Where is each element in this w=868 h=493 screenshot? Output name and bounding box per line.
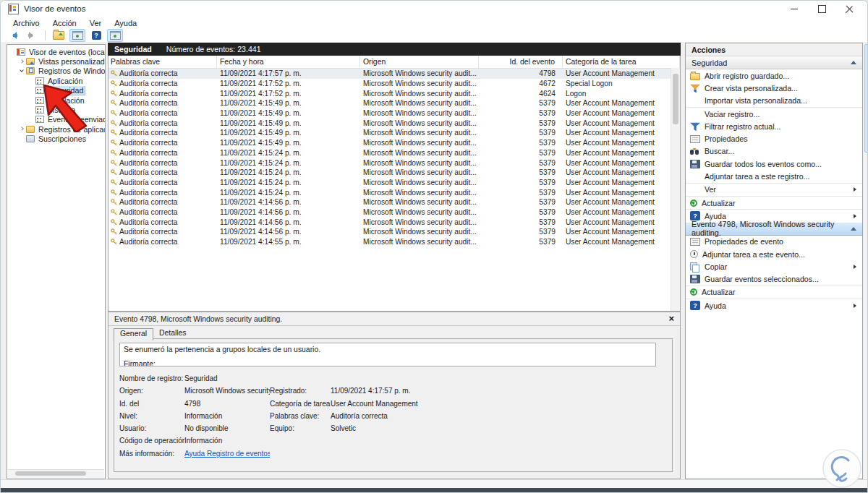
event-description-clipped: Firmante: xyxy=(124,360,655,366)
field-r-value xyxy=(331,437,672,449)
table-row[interactable]: Auditoría correcta 11/09/2021 4:14:56 p.… xyxy=(109,227,680,237)
close-button[interactable] xyxy=(835,1,863,17)
sidebar-tree-item[interactable]: Registros de Windows xyxy=(7,67,105,76)
collapse-icon[interactable] xyxy=(851,61,856,64)
expander-icon[interactable] xyxy=(28,107,35,113)
cell-origin: Microsoft Windows security audit... xyxy=(360,90,479,98)
table-row[interactable]: Auditoría correcta 11/09/2021 4:15:24 p.… xyxy=(109,158,680,168)
table-row[interactable]: Auditoría correcta 11/09/2021 4:14:56 p.… xyxy=(109,197,680,207)
collapse-icon[interactable] xyxy=(851,227,856,231)
field-l-value: 4798 xyxy=(184,400,270,412)
menu-item[interactable]: Ver xyxy=(83,18,109,28)
action-item[interactable]: Adjuntar tarea a este evento... xyxy=(686,248,862,260)
sidebar-tree-item[interactable]: Suscripciones xyxy=(7,134,105,144)
event-description-box[interactable]: Se enumeró la pertenencia a grupos local… xyxy=(119,343,656,366)
tree-item-icon xyxy=(17,48,25,56)
cell-origin: Microsoft Windows security audit... xyxy=(360,139,479,147)
minimize-button[interactable] xyxy=(780,1,808,17)
actions-panel-title: Acciones xyxy=(686,43,862,56)
expander-icon[interactable] xyxy=(19,68,25,74)
forward-icon[interactable] xyxy=(24,29,40,42)
expander-icon[interactable] xyxy=(19,126,25,132)
cell-event-id: 5379 xyxy=(479,228,563,236)
actions-section-header[interactable]: Seguridad xyxy=(686,56,862,69)
action-item[interactable]: Actualizar xyxy=(686,286,862,299)
column-header[interactable]: Id. del evento xyxy=(479,56,563,68)
table-row[interactable]: Auditoría correcta 11/09/2021 4:15:49 p.… xyxy=(109,128,680,138)
column-header[interactable]: Palabras clave xyxy=(109,56,217,68)
field-l-label: Nombre de registro: xyxy=(119,374,184,387)
actions-section-header[interactable]: Evento 4798, Microsoft Windows security … xyxy=(686,223,862,236)
help-icon[interactable] xyxy=(88,29,104,42)
close-icon[interactable]: × xyxy=(668,315,674,322)
table-row[interactable]: Auditoría correcta 11/09/2021 4:17:57 p.… xyxy=(109,69,680,79)
expander-icon[interactable] xyxy=(28,77,35,84)
console-tree-toggle-icon[interactable] xyxy=(69,29,85,42)
action-item[interactable]: Ayuda xyxy=(686,299,862,312)
preview-title: Evento 4798, Microsoft Windows security … xyxy=(114,315,282,323)
column-header[interactable]: Fecha y hora xyxy=(217,56,360,68)
action-item[interactable]: Abrir registro guardado... xyxy=(686,69,862,82)
actions-vertical-scrollbar[interactable] xyxy=(864,43,868,479)
action-icon xyxy=(690,238,700,246)
action-item[interactable]: Propiedades de evento xyxy=(686,236,862,248)
table-row[interactable]: Auditoría correcta 11/09/2021 4:15:49 p.… xyxy=(109,98,680,108)
cell-datetime: 11/09/2021 4:14:56 p. m. xyxy=(217,208,360,216)
expander-icon[interactable] xyxy=(28,87,35,94)
cell-event-id: 4624 xyxy=(479,90,563,98)
open-saved-log-icon[interactable] xyxy=(51,29,67,42)
table-row[interactable]: Auditoría correcta 11/09/2021 4:14:56 p.… xyxy=(109,207,680,218)
action-item[interactable]: Actualizar xyxy=(686,196,862,209)
table-vertical-scrollbar[interactable] xyxy=(671,68,680,311)
table-row[interactable]: Auditoría correcta 11/09/2021 4:14:56 p.… xyxy=(109,217,680,227)
table-row[interactable]: Auditoría correcta 11/09/2021 4:15:24 p.… xyxy=(109,178,680,188)
action-item[interactable]: Crear vista personalizada... xyxy=(686,82,862,94)
key-icon xyxy=(111,70,117,77)
sidebar-horizontal-scrollbar[interactable] xyxy=(8,469,104,478)
action-item[interactable]: Vaciar registro... xyxy=(686,107,862,120)
maximize-button[interactable] xyxy=(808,1,835,17)
field-l-label: Código de operación: xyxy=(119,437,184,449)
table-row[interactable]: Auditoría correcta 11/09/2021 4:15:49 p.… xyxy=(109,108,680,119)
action-item[interactable]: Ver xyxy=(686,183,862,196)
expander-icon[interactable] xyxy=(28,116,35,123)
action-item[interactable]: Importar vista personalizada... xyxy=(686,95,862,107)
preview-general-content: Se enumeró la pertenencia a grupos local… xyxy=(114,338,673,472)
column-header[interactable]: Origen xyxy=(360,56,479,68)
field-l-label: Nivel: xyxy=(119,412,184,424)
action-item[interactable]: Guardar eventos seleccionados... xyxy=(686,273,862,285)
action-pane-toggle-icon[interactable] xyxy=(107,29,123,42)
action-item[interactable]: Adjuntar tarea a este registro... xyxy=(686,170,862,182)
cell-datetime: 11/09/2021 4:14:55 p. m. xyxy=(217,238,360,246)
sidebar-tree-item[interactable]: Vistas personalizadas xyxy=(7,56,105,66)
actions-section-label: Evento 4798, Microsoft Windows security … xyxy=(692,220,851,237)
table-row[interactable]: Auditoría correcta 11/09/2021 4:15:24 p.… xyxy=(109,148,680,158)
key-icon xyxy=(111,110,117,116)
table-row[interactable]: Auditoría correcta 11/09/2021 4:15:24 p.… xyxy=(109,187,680,197)
sidebar-tree-item[interactable]: Visor de eventos (local) xyxy=(7,47,105,56)
action-item[interactable]: Filtrar registro actual... xyxy=(686,120,862,132)
expander-icon[interactable] xyxy=(28,97,35,103)
table-row[interactable]: Auditoría correcta 11/09/2021 4:15:49 p.… xyxy=(109,118,680,128)
action-item[interactable]: Buscar... xyxy=(686,145,862,158)
table-row[interactable]: Auditoría correcta 11/09/2021 4:15:24 p.… xyxy=(109,168,680,178)
expander-icon[interactable] xyxy=(19,136,25,142)
cell-event-id: 5379 xyxy=(479,159,563,167)
action-item[interactable]: Copiar xyxy=(686,260,862,273)
back-icon[interactable] xyxy=(5,29,21,42)
cell-category: User Account Management xyxy=(563,69,680,77)
expander-icon[interactable] xyxy=(19,59,25,65)
table-row[interactable]: Auditoría correcta 11/09/2021 4:17:52 p.… xyxy=(109,79,680,89)
column-header[interactable]: Categoría de la tarea xyxy=(563,56,680,68)
expander-icon[interactable] xyxy=(9,48,16,55)
menu-item[interactable]: Ayuda xyxy=(108,18,143,28)
tab-general[interactable]: General xyxy=(114,328,153,340)
menu-item[interactable]: Archivo xyxy=(7,18,46,28)
field-l-value: Microsoft Windows security xyxy=(184,387,270,399)
table-row[interactable]: Auditoría correcta 11/09/2021 4:17:52 p.… xyxy=(109,88,680,98)
action-item[interactable]: Guardar todos los eventos como... xyxy=(686,158,862,170)
menu-item[interactable]: Acción xyxy=(46,18,83,28)
action-item[interactable]: Propiedades xyxy=(686,132,862,145)
table-row[interactable]: Auditoría correcta 11/09/2021 4:15:49 p.… xyxy=(109,138,680,148)
table-row[interactable]: Auditoría correcta 11/09/2021 4:14:55 p.… xyxy=(109,237,680,247)
